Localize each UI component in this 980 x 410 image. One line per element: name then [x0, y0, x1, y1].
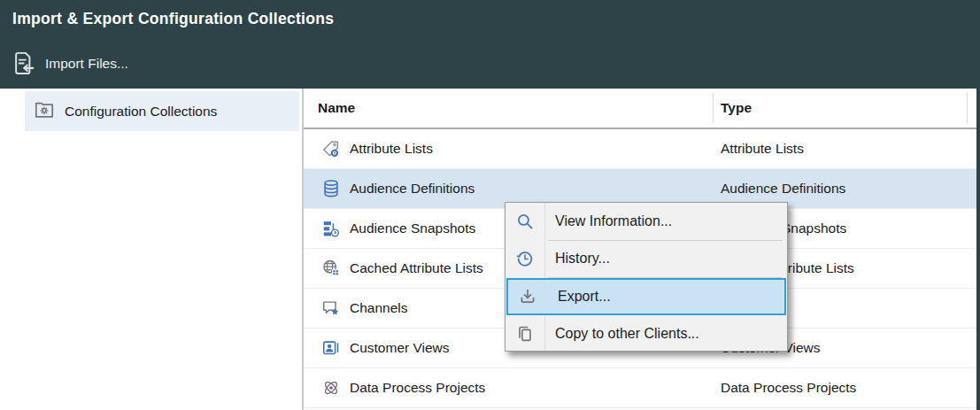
globe-icon: [321, 259, 341, 278]
history-icon: [515, 249, 535, 268]
row-name-cell: Audience Snapshots: [350, 209, 475, 248]
column-divider: [967, 93, 968, 123]
row-name-cell: Customer Views: [350, 329, 450, 367]
sidebar-item-label: Configuration Collections: [65, 104, 217, 120]
menu-item-copy-to-other-clients[interactable]: Copy to other Clients...: [505, 315, 787, 351]
app-header: Import & Export Configuration Collection…: [0, 0, 980, 89]
import-file-icon: [11, 50, 35, 77]
person-card-icon: [321, 338, 341, 358]
column-divider: [713, 93, 714, 123]
import-files-button[interactable]: Import Files...: [11, 49, 128, 79]
menu-item-export[interactable]: Export...: [506, 278, 786, 315]
chat-bubble-icon: [321, 298, 341, 318]
sidebar-item-configuration-collections[interactable]: Configuration Collections: [25, 91, 299, 131]
menu-item-label: Copy to other Clients...: [555, 315, 699, 352]
context-menu: View Information... History... Export...: [505, 202, 788, 352]
row-name-cell: Audience Definitions: [350, 169, 475, 208]
copy-icon: [515, 324, 535, 344]
table-row-data-process-projects[interactable]: Data Process Projects Data Process Proje…: [304, 368, 980, 408]
table-header: Name Type: [304, 89, 980, 129]
menu-item-label: View Information...: [555, 203, 672, 240]
column-header-type[interactable]: Type: [721, 89, 752, 128]
menu-item-label: Export...: [558, 280, 611, 313]
menu-item-label: History...: [555, 240, 610, 277]
database-icon: [321, 179, 341, 198]
right-edge-strip: [976, 89, 980, 410]
import-files-label: Import Files...: [45, 56, 128, 72]
download-icon: [518, 287, 537, 306]
menu-item-view-information[interactable]: View Information...: [505, 203, 787, 240]
snapshot-icon: [321, 219, 341, 238]
row-type-cell: Attribute Lists: [721, 129, 804, 168]
row-type-cell: Data Process Projects: [721, 368, 856, 407]
search-icon: [515, 212, 535, 231]
row-name-cell: Attribute Lists: [350, 129, 433, 168]
row-name-cell: Cached Attribute Lists: [350, 249, 483, 288]
table-row-attribute-lists[interactable]: Attribute Lists Attribute Lists: [304, 129, 980, 169]
tag-icon: [321, 139, 341, 159]
row-name-cell: Data Process Projects: [350, 368, 485, 407]
folder-gear-icon: [34, 100, 55, 123]
page-title: Import & Export Configuration Collection…: [12, 10, 334, 28]
column-header-name[interactable]: Name: [318, 89, 355, 128]
row-name-cell: Channels: [350, 289, 408, 328]
menu-item-history[interactable]: History...: [505, 240, 787, 277]
sidebar: Configuration Collections: [0, 89, 300, 410]
atom-icon: [321, 378, 341, 398]
